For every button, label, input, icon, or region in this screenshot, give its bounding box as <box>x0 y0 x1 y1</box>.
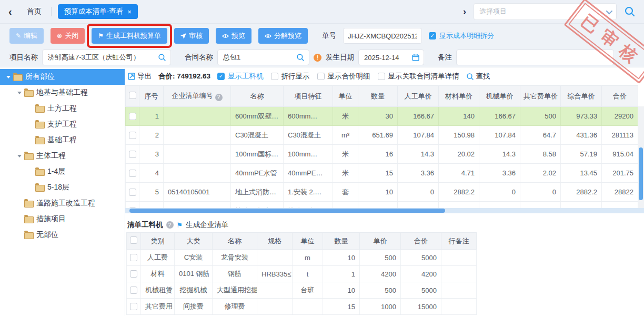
tab-home[interactable]: 首页 <box>19 7 49 16</box>
sidebar-item-label: 无部位 <box>36 230 58 240</box>
row-checkbox[interactable] <box>130 287 137 294</box>
sidebar-item-label: 支护工程 <box>47 120 77 129</box>
sidebar-item[interactable]: 无部位 <box>0 227 125 243</box>
sidebar-item[interactable]: 基础工程 <box>0 132 125 148</box>
cell: 2882.2 <box>561 183 602 202</box>
table-row[interactable]: 机械租赁挖掘机械大型通用挖掘机台班105005000 <box>127 282 477 299</box>
preview-button[interactable]: 预览 <box>216 28 251 44</box>
cell: 194019.25 <box>602 202 638 209</box>
caret-down-icon[interactable] <box>6 76 11 78</box>
find-link[interactable]: 查找 <box>466 72 490 81</box>
select-all-checkbox[interactable] <box>129 92 136 99</box>
sidebar-item[interactable]: 道路施工改造工程 <box>0 195 125 211</box>
audit-button[interactable]: 审核 <box>174 28 209 44</box>
sidebar-item[interactable]: 主体工程 <box>0 148 125 164</box>
row-checkbox[interactable] <box>129 113 136 120</box>
forward-chevron-icon[interactable]: › <box>463 6 466 17</box>
sidebar-item[interactable]: 土方工程 <box>0 101 125 116</box>
table-header-row: 序号 企业清单编号? 名称 项目特征 单位 数量 人工单价 材料单价 机械单价 … <box>126 86 638 107</box>
row-checkbox[interactable] <box>129 132 136 139</box>
table-row[interactable]: 3100mm国标…100mm…米1614.320.0214.38.5857.19… <box>126 145 638 164</box>
table-row[interactable]: 材料0101 钢筋钢筋HRB335≤t142004200 <box>127 266 477 282</box>
cell: 5000 <box>401 250 441 266</box>
cell: 地上式消防… <box>231 183 284 202</box>
remark-input[interactable] <box>456 50 614 65</box>
cell: 10 <box>323 282 360 299</box>
sidebar-item[interactable]: 所有部位 <box>0 69 125 85</box>
calendar-icon[interactable] <box>412 54 419 61</box>
select-all-checkbox[interactable] <box>130 236 137 244</box>
search-icon[interactable] <box>624 6 636 17</box>
table-row[interactable]: 人工费C安装龙骨安装m105005000 <box>127 250 477 266</box>
row-checkbox[interactable] <box>130 254 137 261</box>
table-row[interactable]: 505140105001地上式消防…1.安装 2.…套1002882.20028… <box>126 183 638 202</box>
doc-no-input[interactable] <box>343 28 422 44</box>
row-checkbox[interactable] <box>130 270 137 278</box>
help-icon[interactable]: ? <box>166 221 174 229</box>
col-row-remark: 行备注 <box>441 233 477 250</box>
vertical-scrollbar[interactable] <box>638 106 644 208</box>
cell: 挖掘机械 <box>175 282 213 299</box>
toolbar-checkbox[interactable]: 显示关联合同清单详情 <box>378 72 459 81</box>
project-select[interactable]: 选择项目 <box>474 3 617 20</box>
edit-button[interactable]: ✎ 编辑 <box>9 28 44 44</box>
tab-label: 预算成本清单-查看 <box>64 7 124 16</box>
row-checkbox[interactable] <box>129 189 136 196</box>
col-seq: 序号 <box>139 86 164 107</box>
date-field[interactable] <box>358 50 424 65</box>
caret-down-icon[interactable] <box>17 155 22 157</box>
cell: 43019.79 <box>358 202 398 209</box>
vertical-scrollbar-thumb[interactable] <box>639 147 643 200</box>
row-checkbox[interactable] <box>129 170 136 177</box>
export-link[interactable]: 导出 <box>128 72 152 81</box>
table-row[interactable]: 其它费用间接费修理费15100015000 <box>127 299 477 315</box>
decompose-preview-button[interactable]: 分解预览 <box>258 28 308 44</box>
search-icon[interactable] <box>296 53 305 62</box>
generate-wlj-budget-button[interactable]: ⚑ 生成工料机预算单 <box>92 28 167 44</box>
project-name-input[interactable] <box>47 53 155 62</box>
help-icon[interactable]: ? <box>215 94 223 101</box>
generate-enterprise-list-link[interactable]: 生成企业清单 <box>186 220 228 230</box>
eye-icon <box>222 33 229 39</box>
date-label: 发生日期 <box>326 53 354 62</box>
row-checkbox[interactable] <box>129 151 136 158</box>
table-row[interactable]: 1600mm双壁…600mm…米30166.67140166.67500973.… <box>126 107 638 126</box>
project-name-field[interactable] <box>42 50 171 65</box>
table-row[interactable]: 440mmPE水管40mmPE…米153.364.713.362.0213.45… <box>126 164 638 183</box>
horizontal-scrollbar-thumb[interactable] <box>129 209 445 213</box>
cell: 0101 钢筋 <box>175 266 213 282</box>
sidebar-item[interactable]: 地基与基础工程 <box>0 85 125 101</box>
cell: 40mmPE水管 <box>231 164 284 183</box>
sidebar-item[interactable]: 1-4层 <box>0 164 125 180</box>
sidebar-item[interactable]: 支护工程 <box>0 116 125 132</box>
cell: 3.36 <box>479 164 520 183</box>
row-checkbox[interactable] <box>130 303 137 310</box>
date-input[interactable] <box>363 53 409 62</box>
contract-name-field[interactable] <box>217 50 309 65</box>
sidebar-item[interactable]: 5-18层 <box>0 180 125 195</box>
folder-icon <box>35 106 45 113</box>
sidebar-item[interactable]: 措施项目 <box>0 211 125 227</box>
search-icon[interactable] <box>158 53 166 62</box>
contract-name-input[interactable] <box>222 53 293 62</box>
tab-budget-cost-list[interactable]: 预算成本清单-查看 × <box>58 4 138 19</box>
toolbar-checkbox[interactable]: 显示合价明细 <box>317 72 370 81</box>
search-icon <box>466 73 474 81</box>
cell <box>441 266 477 282</box>
col-name: 名称 <box>213 233 257 250</box>
toolbar-checkbox[interactable]: 折行显示 <box>271 72 310 81</box>
close-tab-icon[interactable]: × <box>127 8 132 16</box>
cell: 材料 <box>141 266 175 282</box>
table-row[interactable]: 2C30混凝土C30混凝土m³651.69107.84150.98107.846… <box>126 126 638 145</box>
show-cost-split-checkbox[interactable]: 显示成本明细拆分 <box>429 31 494 41</box>
chevron-down-icon <box>606 7 613 14</box>
back-icon[interactable]: ‹ <box>8 1 12 22</box>
cell <box>257 282 293 299</box>
horizontal-scrollbar[interactable] <box>125 208 644 213</box>
cell: 0 <box>479 183 520 202</box>
close-button[interactable]: ⊗ 关闭 <box>51 28 85 44</box>
caret-down-icon[interactable] <box>17 92 22 94</box>
toolbar-checkbox[interactable]: 显示工料机 <box>217 72 264 81</box>
cell: 100mm… <box>284 145 333 164</box>
table-row[interactable]: 6挖除现有破…挖除现有…m243019.791.131.581.130.684.… <box>126 202 638 209</box>
